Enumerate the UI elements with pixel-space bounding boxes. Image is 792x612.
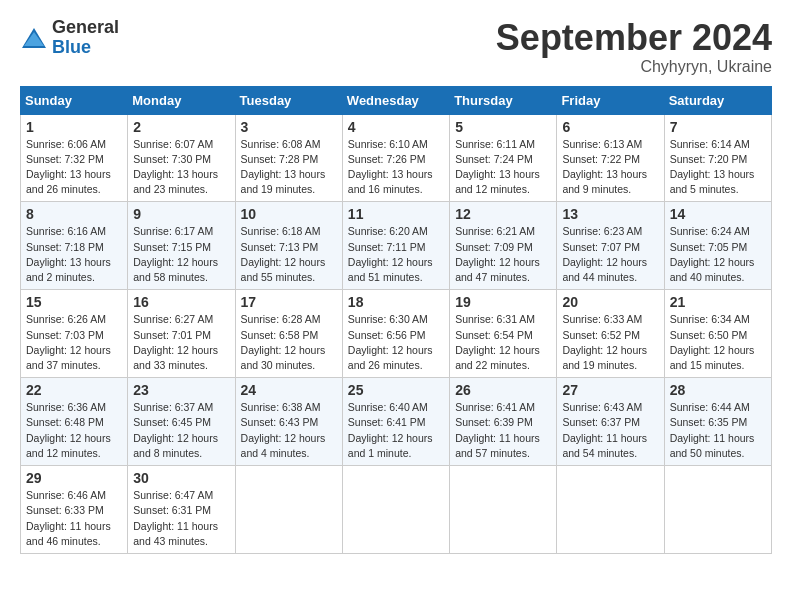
header-friday: Friday [557, 86, 664, 114]
day-4: 4 Sunrise: 6:10 AM Sunset: 7:26 PM Dayli… [342, 114, 449, 202]
logo-icon [20, 24, 48, 52]
day-5: 5 Sunrise: 6:11 AM Sunset: 7:24 PM Dayli… [450, 114, 557, 202]
day-11: 11 Sunrise: 6:20 AM Sunset: 7:11 PM Dayl… [342, 202, 449, 290]
empty-cell-5 [664, 466, 771, 554]
header-row: General Blue September 2024 Chyhyryn, Uk… [20, 18, 772, 76]
logo-text: General Blue [52, 18, 119, 58]
day-9: 9 Sunrise: 6:17 AM Sunset: 7:15 PM Dayli… [128, 202, 235, 290]
day-25: 25 Sunrise: 6:40 AM Sunset: 6:41 PM Dayl… [342, 378, 449, 466]
day-16: 16 Sunrise: 6:27 AM Sunset: 7:01 PM Dayl… [128, 290, 235, 378]
day-8: 8 Sunrise: 6:16 AM Sunset: 7:18 PM Dayli… [21, 202, 128, 290]
sunset-1: Sunset: 7:32 PM [26, 153, 104, 165]
day-27: 27 Sunrise: 6:43 AM Sunset: 6:37 PM Dayl… [557, 378, 664, 466]
empty-cell-3 [450, 466, 557, 554]
calendar-table: Sunday Monday Tuesday Wednesday Thursday… [20, 86, 772, 554]
day-1: 1 Sunrise: 6:06 AM Sunset: 7:32 PM Dayli… [21, 114, 128, 202]
day-20: 20 Sunrise: 6:33 AM Sunset: 6:52 PM Dayl… [557, 290, 664, 378]
calendar-header-row: Sunday Monday Tuesday Wednesday Thursday… [21, 86, 772, 114]
day-29: 29 Sunrise: 6:46 AM Sunset: 6:33 PM Dayl… [21, 466, 128, 554]
header-sunday: Sunday [21, 86, 128, 114]
day-10: 10 Sunrise: 6:18 AM Sunset: 7:13 PM Dayl… [235, 202, 342, 290]
page-container: General Blue September 2024 Chyhyryn, Uk… [0, 0, 792, 564]
day-12: 12 Sunrise: 6:21 AM Sunset: 7:09 PM Dayl… [450, 202, 557, 290]
calendar-week-3: 15 Sunrise: 6:26 AM Sunset: 7:03 PM Dayl… [21, 290, 772, 378]
calendar-week-4: 22 Sunrise: 6:36 AM Sunset: 6:48 PM Dayl… [21, 378, 772, 466]
day-2: 2 Sunrise: 6:07 AM Sunset: 7:30 PM Dayli… [128, 114, 235, 202]
day-7: 7 Sunrise: 6:14 AM Sunset: 7:20 PM Dayli… [664, 114, 771, 202]
header-wednesday: Wednesday [342, 86, 449, 114]
calendar-week-2: 8 Sunrise: 6:16 AM Sunset: 7:18 PM Dayli… [21, 202, 772, 290]
header-thursday: Thursday [450, 86, 557, 114]
day-6: 6 Sunrise: 6:13 AM Sunset: 7:22 PM Dayli… [557, 114, 664, 202]
day-23: 23 Sunrise: 6:37 AM Sunset: 6:45 PM Dayl… [128, 378, 235, 466]
empty-cell-1 [235, 466, 342, 554]
day-15: 15 Sunrise: 6:26 AM Sunset: 7:03 PM Dayl… [21, 290, 128, 378]
month-title-block: September 2024 Chyhyryn, Ukraine [496, 18, 772, 76]
day-17: 17 Sunrise: 6:28 AM Sunset: 6:58 PM Dayl… [235, 290, 342, 378]
header-tuesday: Tuesday [235, 86, 342, 114]
day-24: 24 Sunrise: 6:38 AM Sunset: 6:43 PM Dayl… [235, 378, 342, 466]
month-title: September 2024 [496, 18, 772, 58]
logo-blue: Blue [52, 38, 119, 58]
day-3: 3 Sunrise: 6:08 AM Sunset: 7:28 PM Dayli… [235, 114, 342, 202]
day-21: 21 Sunrise: 6:34 AM Sunset: 6:50 PM Dayl… [664, 290, 771, 378]
day-19: 19 Sunrise: 6:31 AM Sunset: 6:54 PM Dayl… [450, 290, 557, 378]
header-saturday: Saturday [664, 86, 771, 114]
calendar-week-5: 29 Sunrise: 6:46 AM Sunset: 6:33 PM Dayl… [21, 466, 772, 554]
sunrise-1: Sunrise: 6:06 AM [26, 138, 106, 150]
daylight-label-1: Daylight: 13 hours and 26 minutes. [26, 168, 111, 195]
calendar-week-1: 1 Sunrise: 6:06 AM Sunset: 7:32 PM Dayli… [21, 114, 772, 202]
day-22: 22 Sunrise: 6:36 AM Sunset: 6:48 PM Dayl… [21, 378, 128, 466]
day-14: 14 Sunrise: 6:24 AM Sunset: 7:05 PM Dayl… [664, 202, 771, 290]
location-title: Chyhyryn, Ukraine [496, 58, 772, 76]
day-13: 13 Sunrise: 6:23 AM Sunset: 7:07 PM Dayl… [557, 202, 664, 290]
svg-marker-1 [24, 32, 44, 46]
logo-general: General [52, 18, 119, 38]
day-26: 26 Sunrise: 6:41 AM Sunset: 6:39 PM Dayl… [450, 378, 557, 466]
day-28: 28 Sunrise: 6:44 AM Sunset: 6:35 PM Dayl… [664, 378, 771, 466]
day-18: 18 Sunrise: 6:30 AM Sunset: 6:56 PM Dayl… [342, 290, 449, 378]
empty-cell-4 [557, 466, 664, 554]
day-30: 30 Sunrise: 6:47 AM Sunset: 6:31 PM Dayl… [128, 466, 235, 554]
empty-cell-2 [342, 466, 449, 554]
header-monday: Monday [128, 86, 235, 114]
logo: General Blue [20, 18, 119, 58]
